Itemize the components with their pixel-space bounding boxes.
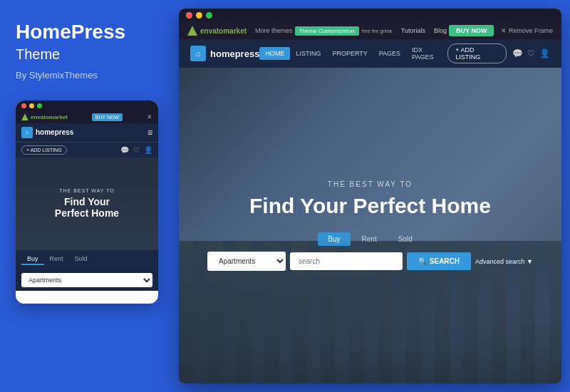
- desktop-blog-link[interactable]: Blog: [434, 27, 447, 34]
- desktop-add-listing-label: + ADD LISTING: [455, 46, 499, 61]
- search-tab-sold[interactable]: Sold: [388, 232, 423, 246]
- nav-link-listing[interactable]: LISTING: [290, 47, 326, 60]
- desktop-property-select[interactable]: Apartments Houses Villas: [207, 252, 286, 271]
- theme-title: HomePress: [16, 21, 159, 43]
- mobile-tab-rent[interactable]: Rent: [44, 254, 69, 265]
- mobile-tab-sold[interactable]: Sold: [69, 254, 93, 265]
- desktop-envato-logo: envatomarket More themes: [187, 26, 293, 36]
- desktop-nav-links: HOME LISTING PROPERTY PAGES IDX PAGES: [259, 43, 447, 63]
- desktop-center-links: Theme Customization free the grime Tutor…: [295, 26, 447, 36]
- desktop-remove-frame-btn[interactable]: ✕ Remove Frame: [501, 27, 553, 34]
- mobile-tab-buy[interactable]: Buy: [21, 254, 44, 265]
- mobile-dot-yellow: [29, 103, 34, 108]
- desktop-dot-red: [186, 12, 192, 19]
- mobile-nav-bar: ⌂ homepress ≡: [16, 123, 158, 142]
- desktop-homepress-logo: ⌂ homepress: [190, 46, 259, 61]
- mobile-hero-line1: Find Your: [64, 196, 110, 207]
- search-tab-rent[interactable]: Rent: [352, 232, 387, 246]
- desktop-search-section: Buy Rent Sold Apartments Houses Villas 🔍…: [179, 232, 561, 271]
- desktop-more-themes[interactable]: More themes: [255, 27, 293, 34]
- mobile-envato-text: envatomarket: [31, 114, 68, 120]
- mobile-hero-line2: Perfect Home: [55, 207, 119, 219]
- desktop-search-input[interactable]: [290, 252, 403, 270]
- mobile-home-icon: ⌂: [21, 127, 33, 138]
- mobile-buy-now-btn[interactable]: BUY NOW: [92, 113, 123, 121]
- theme-author: By StylemixThemes: [16, 70, 159, 81]
- desktop-heart-icon[interactable]: ♡: [527, 48, 535, 58]
- mobile-logo-text: homepress: [36, 128, 73, 136]
- envato-leaf-icon: [21, 113, 28, 120]
- nav-link-property[interactable]: PROPERTY: [326, 47, 373, 60]
- mobile-nav-icons: 💬 ♡ 👤: [120, 146, 152, 154]
- desktop-nav-icons: 💬 ♡ 👤: [512, 48, 550, 58]
- desktop-envato-text: envatomarket: [200, 27, 247, 35]
- theme-cust-sub: free the grime: [362, 29, 393, 33]
- desktop-hero-sub: THE BEST WAY TO: [249, 180, 491, 188]
- desktop-window-bar: [179, 9, 561, 22]
- mobile-window-bar: [16, 100, 158, 111]
- right-panel: envatomarket More themes Theme Customiza…: [175, 0, 570, 392]
- mobile-dot-green: [37, 103, 42, 108]
- mobile-hero-sub: THE BEST WAY TO: [59, 188, 115, 193]
- mobile-tabs-bar: Buy Rent Sold: [16, 250, 158, 269]
- mobile-chat-icon[interactable]: 💬: [120, 146, 129, 154]
- mobile-add-listing-btn[interactable]: + ADD LISTING: [21, 145, 67, 155]
- search-icon: 🔍: [418, 257, 427, 265]
- desktop-hero: THE BEST WAY TO Find Your Perfect Home B…: [179, 68, 561, 383]
- desktop-tutorials-link[interactable]: Tutorials: [401, 27, 425, 34]
- mobile-hero-title: Find Your Perfect Home: [55, 196, 119, 220]
- desktop-dot-yellow: [196, 12, 202, 19]
- desktop-mockup: envatomarket More themes Theme Customiza…: [179, 9, 561, 383]
- desktop-theme-customization: Theme Customization free the grime: [295, 26, 393, 36]
- nav-link-idx-pages[interactable]: IDX PAGES: [406, 43, 447, 63]
- desktop-add-listing-btn[interactable]: + ADD LISTING: [447, 43, 507, 63]
- desktop-user-icon[interactable]: 👤: [539, 48, 550, 58]
- mobile-close-btn[interactable]: ✕: [147, 113, 152, 120]
- desktop-dot-green: [206, 12, 212, 19]
- desktop-message-icon[interactable]: 💬: [512, 48, 523, 58]
- search-tab-buy[interactable]: Buy: [318, 232, 350, 246]
- desktop-right-links: BUY NOW ✕ Remove Frame: [449, 25, 553, 36]
- theme-cust-badge[interactable]: Theme Customization: [295, 26, 359, 36]
- desktop-envato-bar: envatomarket More themes Theme Customiza…: [179, 22, 561, 39]
- desktop-search-bar: Apartments Houses Villas 🔍 SEARCH Advanc…: [207, 252, 533, 271]
- desktop-logo-text: homepress: [210, 48, 259, 59]
- mobile-action-bar: + ADD LISTING 💬 ♡ 👤: [16, 142, 158, 158]
- mobile-user-icon[interactable]: 👤: [144, 146, 152, 154]
- desktop-hero-title: Find Your Perfect Home: [249, 194, 491, 218]
- desktop-search-btn[interactable]: 🔍 SEARCH: [407, 252, 471, 270]
- nav-link-home[interactable]: HOME: [259, 47, 290, 60]
- desktop-search-tabs: Buy Rent Sold: [318, 232, 422, 246]
- mobile-hero: THE BEST WAY TO Find Your Perfect Home: [16, 158, 158, 250]
- mobile-add-listing-label: + ADD LISTING: [26, 148, 62, 153]
- mobile-envato-logo: envatomarket: [21, 113, 68, 120]
- desktop-nav-right: + ADD LISTING 💬 ♡ 👤: [447, 43, 550, 63]
- search-btn-label: SEARCH: [430, 257, 460, 265]
- mobile-property-select[interactable]: Apartments Houses Villas: [21, 273, 152, 287]
- left-panel: HomePress Theme By StylemixThemes envato…: [0, 0, 175, 392]
- mobile-envato-bar: envatomarket BUY NOW ✕: [16, 111, 158, 123]
- mobile-search-bar: Apartments Houses Villas: [16, 269, 158, 291]
- mobile-mockup: envatomarket BUY NOW ✕ ⌂ homepress ≡ + A…: [16, 100, 158, 304]
- mobile-dot-red: [21, 103, 26, 108]
- mobile-hamburger-icon[interactable]: ≡: [147, 128, 152, 138]
- nav-link-pages[interactable]: PAGES: [373, 47, 406, 60]
- envato-leaf-icon: [187, 26, 197, 36]
- mobile-heart-icon[interactable]: ♡: [133, 146, 140, 154]
- theme-subtitle: Theme: [16, 46, 159, 63]
- desktop-advanced-search[interactable]: Advanced search ▼: [475, 258, 533, 265]
- desktop-home-icon: ⌂: [190, 46, 206, 61]
- desktop-buy-now-btn[interactable]: BUY NOW: [449, 25, 494, 36]
- mobile-homepress-logo: ⌂ homepress: [21, 127, 73, 138]
- desktop-hero-content: THE BEST WAY TO Find Your Perfect Home: [249, 180, 491, 218]
- desktop-nav: ⌂ homepress HOME LISTING PROPERTY PAGES …: [179, 39, 561, 68]
